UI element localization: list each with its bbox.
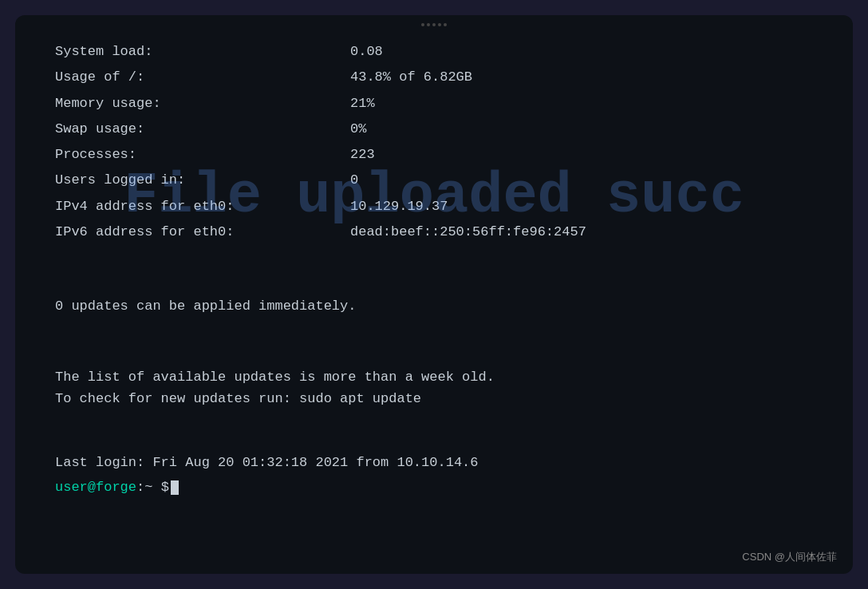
value-ipv6: dead:beef::250:56ff:fe96:2457 [350, 219, 586, 245]
prompt-line[interactable]: user@forge :~ $ [55, 476, 813, 498]
table-row: Memory usage: 21% [55, 91, 813, 117]
label-ipv6: IPv6 address for eth0: [55, 219, 350, 245]
table-row: IPv6 address for eth0: dead:beef::250:56… [55, 219, 813, 245]
prompt-user-host: user@forge [55, 476, 136, 498]
value-usage: 43.8% of 6.82GB [350, 65, 472, 90]
label-usage: Usage of /: [55, 65, 350, 90]
prompt-path: :~ [136, 476, 152, 498]
table-row: System load: 0.08 [55, 39, 813, 65]
value-memory: 21% [350, 91, 375, 117]
value-swap: 0% [350, 117, 366, 142]
system-info-table: System load: 0.08 Usage of /: 43.8% of 6… [55, 39, 813, 245]
updates-section: 0 updates can be applied immediately. [55, 295, 813, 317]
notice-line-1: The list of available updates is more th… [55, 366, 813, 388]
updates-line: 0 updates can be applied immediately. [55, 295, 813, 317]
value-users: 0 [350, 168, 358, 193]
watermark: CSDN @人间体佐菲 [742, 550, 837, 564]
table-row: Users logged in: 0 [55, 168, 813, 193]
terminal-cursor [171, 480, 179, 495]
label-swap: Swap usage: [55, 117, 350, 142]
label-ipv4: IPv4 address for eth0: [55, 194, 350, 219]
empty-line-3 [55, 418, 813, 444]
terminal-window: System load: 0.08 Usage of /: 43.8% of 6… [15, 15, 853, 574]
value-processes: 223 [350, 142, 375, 168]
empty-line-1 [55, 261, 813, 287]
prompt-dollar [152, 476, 160, 498]
label-memory: Memory usage: [55, 91, 350, 117]
value-ipv4: 10.129.19.37 [350, 194, 448, 219]
update-notice: The list of available updates is more th… [55, 366, 813, 409]
table-row: Usage of /: 43.8% of 6.82GB [55, 65, 813, 90]
last-login-line: Last login: Fri Aug 20 01:32:18 2021 fro… [55, 452, 813, 473]
prompt-dollar-sign: $ [161, 476, 169, 498]
label-system-load: System load: [55, 39, 350, 65]
value-system-load: 0.08 [350, 39, 383, 65]
table-row: IPv4 address for eth0: 10.129.19.37 [55, 194, 813, 219]
table-row: Swap usage: 0% [55, 117, 813, 142]
terminal-body: System load: 0.08 Usage of /: 43.8% of 6… [15, 15, 853, 522]
notice-line-2: To check for new updates run: sudo apt u… [55, 388, 813, 409]
label-processes: Processes: [55, 142, 350, 168]
empty-line-2 [55, 325, 813, 350]
label-users: Users logged in: [55, 168, 350, 193]
table-row: Processes: 223 [55, 142, 813, 168]
